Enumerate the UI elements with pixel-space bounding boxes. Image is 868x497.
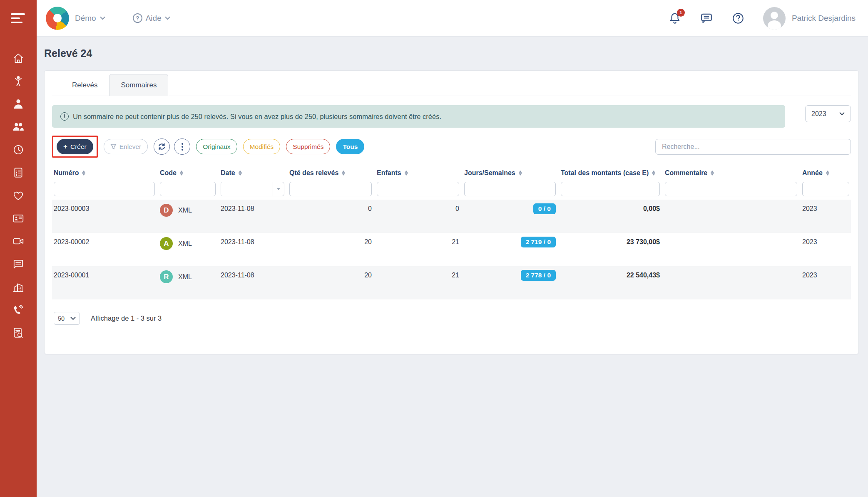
info-banner: ! Un sommaire ne peut contenir plus de 2… (52, 105, 785, 128)
sidebar-item-children[interactable] (0, 69, 37, 92)
filter-qte-input[interactable] (289, 182, 372, 196)
page-size-select[interactable]: 50 (54, 312, 80, 325)
filter-row (52, 182, 851, 200)
page-title: Relevé 24 (44, 47, 859, 59)
notifications-button[interactable]: 1 (668, 12, 681, 25)
clock-icon (12, 143, 25, 156)
code-format: XML (178, 207, 192, 214)
sidebar-item-home[interactable] (0, 47, 37, 69)
menu-toggle-button[interactable] (0, 0, 37, 37)
pagination: 50 Affichage de 1 - 3 sur 3 (52, 312, 851, 325)
filter-modified-button[interactable]: Modifiés (243, 139, 281, 154)
app-window: Démo ? Aide 1 (0, 0, 868, 497)
pagination-info: Affichage de 1 - 3 sur 3 (91, 314, 162, 322)
cell-total: 22 540,43$ (561, 272, 660, 279)
sort-icon (180, 171, 183, 176)
avatar (763, 7, 786, 30)
jours-semaines-badge: 0 / 0 (533, 203, 556, 214)
cell-qte: 20 (289, 272, 372, 279)
date-filter-dropdown-button[interactable] (273, 182, 284, 196)
create-button[interactable]: + Créer (57, 139, 93, 154)
more-options-button[interactable] (174, 138, 190, 155)
column-header-enfants[interactable]: Enfants (377, 169, 459, 177)
column-header-code[interactable]: Code (160, 169, 216, 177)
org-switcher[interactable]: Démo (75, 14, 105, 23)
search-input[interactable] (655, 139, 851, 155)
column-header-annee[interactable]: Année (802, 169, 849, 177)
cell-date: 2023-11-08 (221, 272, 284, 279)
filter-commentaire-input[interactable] (665, 182, 797, 196)
filter-annee-input[interactable] (802, 182, 849, 196)
building-icon (12, 281, 25, 293)
sidebar-item-billing[interactable] (0, 161, 37, 184)
report-search-icon (12, 326, 25, 339)
table-row[interactable]: 2023-00003 D XML 2023-11-08 0 0 0 / 0 0,… (52, 200, 851, 233)
column-header-qte[interactable]: Qté des relevés (289, 169, 372, 177)
alert-icon: ! (60, 112, 69, 121)
year-select-value: 2023 (811, 110, 826, 118)
filter-total-input[interactable] (561, 182, 660, 196)
code-format: XML (178, 273, 192, 281)
column-header-date[interactable]: Date (221, 169, 284, 177)
chevron-down-icon (839, 112, 845, 116)
summaries-table: Numéro Code Date Qté des relevés Enfants… (52, 164, 851, 299)
sort-icon (405, 171, 408, 176)
sidebar-item-reports[interactable] (0, 321, 37, 344)
chat-icon (700, 12, 713, 25)
annotation-highlight-box: + Créer (52, 136, 98, 158)
table-row[interactable]: 2023-00001 R XML 2023-11-08 20 21 2 778 … (52, 266, 851, 299)
code-letter-badge: D (160, 204, 173, 217)
filter-jours-input[interactable] (464, 182, 556, 196)
chevron-down-icon (70, 316, 76, 320)
toolbar: + Créer Enlever Originaux (52, 138, 851, 155)
code-letter-badge: A (160, 237, 173, 250)
column-header-total[interactable]: Total des montants (case E) (561, 169, 660, 177)
support-button[interactable] (731, 12, 745, 25)
filter-deleted-button[interactable]: Supprimés (286, 139, 330, 154)
filter-enfants-input[interactable] (377, 182, 459, 196)
column-header-commentaire[interactable]: Commentaire (665, 169, 797, 177)
phone-icon (12, 304, 25, 316)
notification-badge: 1 (677, 9, 685, 17)
sidebar-item-schedule[interactable] (0, 138, 37, 161)
filter-code-input[interactable] (160, 182, 216, 196)
sidebar-item-calls[interactable] (0, 298, 37, 321)
sidebar-item-messages[interactable] (0, 252, 37, 275)
help-menu[interactable]: ? Aide (133, 13, 170, 23)
staff-person-icon (12, 98, 25, 110)
video-camera-icon (12, 235, 25, 247)
cell-numero: 2023-00002 (54, 238, 155, 246)
cell-annee: 2023 (802, 238, 849, 246)
people-icon (12, 121, 25, 133)
messages-button[interactable] (700, 12, 713, 25)
tab-releves[interactable]: Relevés (60, 74, 109, 96)
cell-jours: 0 / 0 (464, 205, 556, 214)
refresh-button[interactable] (154, 138, 170, 155)
help-circle-icon: ? (133, 13, 142, 23)
info-banner-text: Un sommaire ne peut contenir plus de 250… (73, 113, 441, 121)
column-header-jours[interactable]: Jours/Semaines (464, 169, 556, 177)
filter-date-input[interactable] (221, 182, 273, 196)
filter-numero-input[interactable] (54, 182, 155, 196)
sidebar-item-contacts[interactable] (0, 207, 37, 230)
year-select[interactable]: 2023 (805, 105, 851, 122)
sidebar-item-health[interactable] (0, 184, 37, 207)
user-menu[interactable]: Patrick Desjardins (763, 7, 856, 30)
funnel-icon (110, 143, 117, 150)
cell-code: D XML (160, 204, 216, 217)
tab-sommaires[interactable]: Sommaires (109, 74, 168, 96)
sidebar-item-families[interactable] (0, 115, 37, 138)
column-header-numero[interactable]: Numéro (54, 169, 155, 177)
sort-icon (342, 171, 345, 176)
child-icon (12, 75, 25, 87)
sidebar-item-organization[interactable] (0, 275, 37, 298)
remove-button[interactable]: Enlever (104, 139, 148, 154)
sidebar-item-camera[interactable] (0, 230, 37, 252)
filter-originals-button[interactable]: Originaux (196, 139, 237, 154)
sidebar-item-staff[interactable] (0, 92, 37, 115)
sidebar-nav (0, 37, 37, 344)
table-row[interactable]: 2023-00002 A XML 2023-11-08 20 21 2 719 … (52, 233, 851, 266)
filter-all-button[interactable]: Tous (336, 139, 364, 154)
sidebar (0, 0, 37, 497)
cell-qte: 0 (289, 205, 372, 213)
